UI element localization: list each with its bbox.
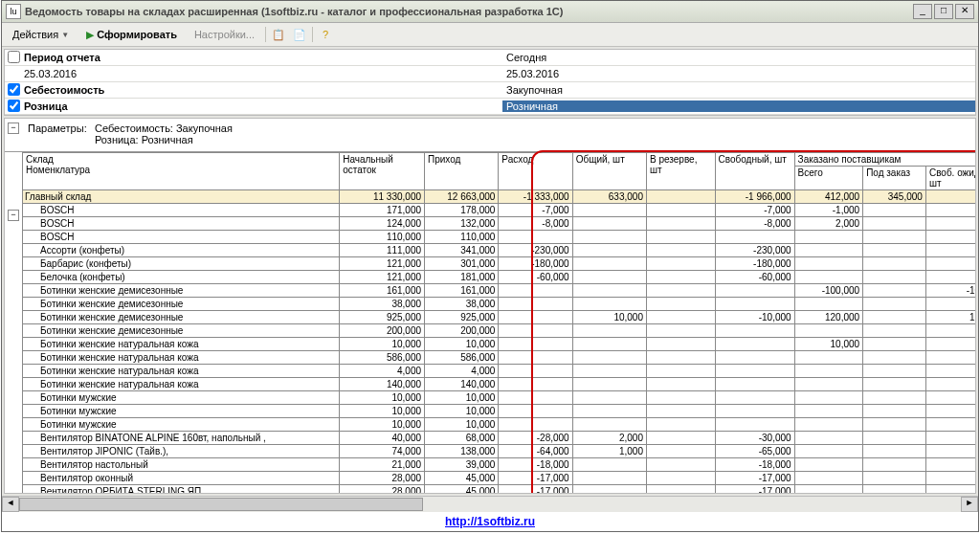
cell-prihod: 132,000	[425, 217, 499, 231]
cell-podz	[863, 458, 926, 472]
tool-icon-2[interactable]: 📄	[291, 26, 308, 43]
retail-label: Розница	[22, 100, 502, 112]
table-row[interactable]: BOSCH110,000110,000	[23, 231, 977, 244]
cell-rashod	[499, 284, 572, 298]
minimize-button[interactable]: _	[913, 4, 932, 19]
cost-label: Себестоимость	[22, 84, 502, 96]
period-checkbox[interactable]	[8, 51, 20, 63]
report-area[interactable]: − Параметры: Себестоимость: ЗакупочнаяРо…	[4, 118, 976, 494]
cell-podz	[863, 324, 926, 338]
cell-rashod	[499, 298, 572, 311]
cell-reserv	[646, 257, 715, 271]
date-from[interactable]: 25.03.2016	[22, 68, 502, 79]
collapse-params[interactable]: −	[8, 122, 19, 134]
form-button[interactable]: ▶Сформировать	[79, 27, 184, 43]
cell-nach: 10,000	[340, 418, 425, 432]
table-row[interactable]: Ботинки женские натуральная кожа4,0004,0…	[23, 365, 977, 378]
cell-svoboj	[925, 257, 976, 271]
report-table: СкладНоменклатура Начальный остаток Прих…	[22, 152, 976, 494]
cell-podz	[863, 217, 926, 231]
scroll-left-button[interactable]: ◄	[2, 497, 19, 512]
cell-rashod	[499, 365, 572, 378]
window-title: Ведомость товары на складах расширенная …	[25, 6, 911, 17]
table-row[interactable]: BOSCH171,000178,000-7,000-7,000-1,000-11…	[23, 204, 977, 217]
cell-vsego	[794, 391, 863, 405]
cell-prihod: 586,000	[425, 351, 499, 365]
titlebar: lu Ведомость товары на складах расширенн…	[2, 1, 978, 23]
table-row[interactable]: Ботинки женские демисезонные38,00038,000…	[23, 298, 977, 311]
cell-prihod: 178,000	[425, 204, 499, 217]
close-button[interactable]: ✕	[955, 4, 974, 19]
date-to[interactable]: 25.03.2016	[502, 68, 975, 79]
table-row[interactable]: Ассорти (конфеты)111,000341,000-230,000-…	[23, 244, 977, 257]
settings-button[interactable]: Настройки...	[188, 27, 261, 42]
table-row[interactable]: Ботинки мужские10,00010,00044,001 958,00	[23, 405, 977, 418]
app-icon: lu	[6, 4, 21, 19]
footer-link[interactable]: http://1softbiz.ru	[445, 515, 535, 528]
cell-prihod: 200,000	[425, 324, 499, 338]
cell-vsego	[794, 405, 863, 418]
cell-name: Вентилятор ОРБИТА,STERLING,ЯП.	[23, 485, 340, 495]
cell-name: Главный склад	[23, 190, 340, 204]
cell-nach: 28,000	[340, 485, 425, 495]
scroll-right-button[interactable]: ►	[961, 497, 978, 512]
cell-vsego	[794, 485, 863, 495]
table-row[interactable]: Ботинки женские натуральная кожа140,0001…	[23, 378, 977, 391]
col-svob: Свободный, шт	[715, 153, 794, 190]
cell-podz	[863, 338, 926, 351]
cell-name: Вентилятор JIPONIC (Тайв.),	[23, 445, 340, 458]
cell-name: Вентилятор оконный	[23, 472, 340, 485]
scroll-thumb[interactable]	[19, 498, 423, 511]
cell-prihod: 10,000	[425, 391, 499, 405]
table-row[interactable]: Вентилятор BINATONE ALPINE 160вт, наполь…	[23, 432, 977, 445]
cell-svob: -30,000	[715, 432, 794, 445]
cell-obsh	[572, 217, 646, 231]
cell-nach: 10,000	[340, 391, 425, 405]
horizontal-scrollbar[interactable]: ◄ ►	[2, 496, 978, 512]
table-row[interactable]: Ботинки женские демисезонные161,000161,0…	[23, 284, 977, 298]
cell-name: Ботинки мужские	[23, 418, 340, 432]
table-row[interactable]: Вентилятор ОРБИТА,STERLING,ЯП.28,00045,0…	[23, 485, 977, 495]
cell-svoboj	[925, 485, 976, 495]
table-row[interactable]: Ботинки женские натуральная кожа10,00010…	[23, 338, 977, 351]
cost-value[interactable]: Закупочная	[502, 84, 975, 96]
table-row[interactable]: Ботинки мужские10,00010,00036,001 602,00	[23, 391, 977, 405]
cell-reserv	[646, 351, 715, 365]
play-icon: ▶	[86, 29, 94, 41]
table-row[interactable]: Барбарис (конфеты)121,000301,000-180,000…	[23, 257, 977, 271]
cell-rashod	[499, 378, 572, 391]
retail-value[interactable]: Розничная	[502, 100, 975, 112]
cell-svoboj	[925, 445, 976, 458]
table-row[interactable]: Ботинки женские демисезонные925,000925,0…	[23, 311, 977, 324]
cell-name: BOSCH	[23, 231, 340, 244]
cell-svoboj	[925, 418, 976, 432]
cell-vsego	[794, 365, 863, 378]
table-row[interactable]: Вентилятор JIPONIC (Тайв.),74,000138,000…	[23, 445, 977, 458]
cell-rashod: -17,000	[499, 485, 572, 495]
cell-svob: -60,000	[715, 271, 794, 284]
table-row[interactable]: Ботинки женские демисезонные200,000200,0…	[23, 324, 977, 338]
maximize-button[interactable]: □	[934, 4, 953, 19]
cell-reserv	[646, 472, 715, 485]
cell-prihod: 45,000	[425, 485, 499, 495]
actions-menu[interactable]: Действия▼	[6, 27, 76, 42]
table-row[interactable]: Вентилятор настольный21,00039,000-18,000…	[23, 458, 977, 472]
cell-nach: 10,000	[340, 405, 425, 418]
table-row[interactable]: Вентилятор оконный28,00045,000-17,000-17…	[23, 472, 977, 485]
table-row[interactable]: Ботинки женские натуральная кожа586,0005…	[23, 351, 977, 365]
col-rashod: Расход	[499, 153, 572, 190]
table-row[interactable]: Ботинки мужские10,00010,00040,001 780,00	[23, 418, 977, 432]
cell-reserv	[646, 418, 715, 432]
table-row[interactable]: Главный склад11 330,00012 663,000-1 333,…	[23, 190, 977, 204]
tool-icon-1[interactable]: 📋	[270, 26, 287, 43]
cell-podz	[863, 418, 926, 432]
table-row[interactable]: Белочка (конфеты)121,000181,000-60,000-6…	[23, 271, 977, 284]
collapse-group[interactable]: −	[8, 210, 19, 221]
table-row[interactable]: BOSCH124,000132,000-8,000-8,0002,00021 0…	[23, 217, 977, 231]
help-icon[interactable]: ?	[317, 26, 334, 43]
retail-checkbox[interactable]	[8, 100, 20, 112]
cost-checkbox[interactable]	[8, 83, 20, 96]
col-svoboj: Своб. ожид., шт	[925, 167, 976, 190]
cell-rashod: -8,000	[499, 217, 572, 231]
cell-name: Ботинки мужские	[23, 405, 340, 418]
